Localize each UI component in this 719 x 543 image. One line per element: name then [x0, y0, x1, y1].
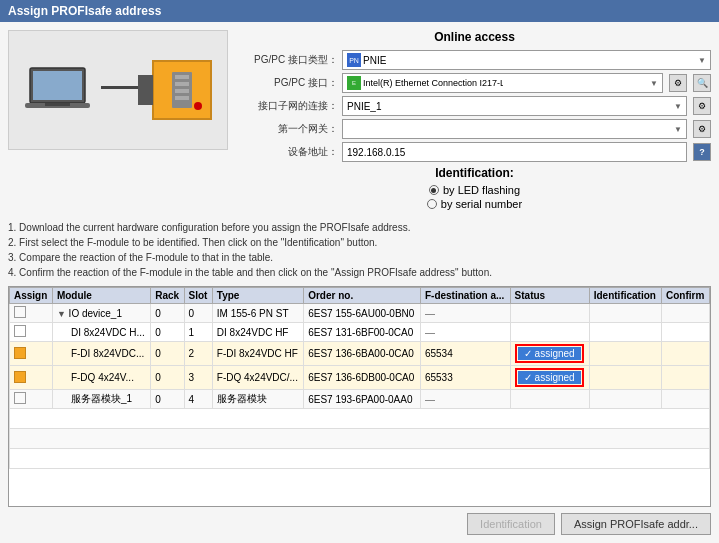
yellow-square[interactable] [14, 347, 26, 359]
radio-led-label: by LED flashing [443, 184, 520, 196]
cell-identification [589, 366, 661, 390]
cell-identification [589, 342, 661, 366]
cell-assign [10, 304, 53, 323]
radio-serial-label: by serial number [441, 198, 522, 210]
row-checkbox3[interactable] [14, 392, 26, 404]
yellow-square2[interactable] [14, 371, 26, 383]
instruction-1: 1. Download the current hardware configu… [8, 220, 711, 235]
instruction-4: 4. Confirm the reaction of the F-module … [8, 265, 711, 280]
cell-confirm [661, 342, 709, 366]
diagram-area [8, 30, 228, 150]
col-identification: Identification [589, 288, 661, 304]
col-type: Type [212, 288, 303, 304]
interface-search-btn[interactable]: 🔍 [693, 74, 711, 92]
device-address-value: 192.168.0.15 [347, 147, 405, 158]
table-row[interactable]: 服务器模块_1 0 4 服务器模块 6ES7 193-6PA00-0AA0 — [10, 390, 710, 409]
identification-title: Identification: [238, 166, 711, 180]
dropdown-arrow: ▼ [698, 56, 706, 65]
assigned-badge2: ✓ assigned [518, 371, 581, 384]
indent-spacer: F-DQ 4x24V... [57, 372, 134, 383]
table-row[interactable]: ▼ IO device_1 0 0 IM 155-6 PN ST 6ES7 15… [10, 304, 710, 323]
module-table-container: Assign Module Rack Slot Type Order no. F… [8, 286, 711, 507]
interface-value: Intel(R) Ethernet Connection I217-LM [363, 78, 503, 88]
dropdown-arrow3: ▼ [674, 102, 682, 111]
cell-type: DI 8x24VDC HF [212, 323, 303, 342]
radio-serial[interactable] [427, 199, 437, 209]
svg-rect-5 [175, 75, 189, 79]
select-subnet[interactable]: PNIE_1 ▼ [342, 96, 687, 116]
main-content: Online access PG/PC 接口类型： PN PNIE ▼ PG/P… [0, 22, 719, 543]
table-row-empty [10, 429, 710, 449]
cell-slot: 2 [184, 342, 212, 366]
cell-confirm [661, 323, 709, 342]
title-text: Assign PROFIsafe address [8, 4, 161, 18]
device-address-help-btn[interactable]: ? [693, 143, 711, 161]
table-row[interactable]: F-DI 8x24VDC... 0 2 F-DI 8x24VDC HF 6ES7… [10, 342, 710, 366]
radio-row-serial[interactable]: by serial number [238, 198, 711, 210]
cell-identification [589, 323, 661, 342]
table-row[interactable]: DI 8x24VDC H... 0 1 DI 8x24VDC HF 6ES7 1… [10, 323, 710, 342]
svg-rect-8 [175, 96, 189, 100]
bottom-buttons: Identification Assign PROFIsafe addr... [8, 513, 711, 535]
form-row-device-address: 设备地址： 192.168.0.15 ? [238, 142, 711, 162]
svg-rect-3 [45, 103, 70, 106]
instruction-3: 3. Compare the reaction of the F-module … [8, 250, 711, 265]
eth-icon: E [347, 76, 361, 90]
label-interface: PG/PC 接口： [238, 76, 338, 90]
dropdown-arrow2: ▼ [650, 79, 658, 88]
table-row-empty [10, 409, 710, 429]
subnet-settings-btn[interactable]: ⚙ [693, 97, 711, 115]
cell-status [510, 323, 589, 342]
cell-fdest: 65534 [420, 342, 510, 366]
assign-address-button[interactable]: Assign PROFIsafe addr... [561, 513, 711, 535]
label-device-address: 设备地址： [238, 145, 338, 159]
cell-rack: 0 [151, 342, 184, 366]
row-checkbox[interactable] [14, 306, 26, 318]
select-interface-type[interactable]: PN PNIE ▼ [342, 50, 711, 70]
check-icon: ✓ [524, 348, 532, 359]
module-table: Assign Module Rack Slot Type Order no. F… [9, 287, 710, 469]
form-row-subnet: 接口子网的连接： PNIE_1 ▼ ⚙ [238, 96, 711, 116]
device-connector [138, 75, 153, 105]
select-gateway[interactable]: ▼ [342, 119, 687, 139]
cell-type: IM 155-6 PN ST [212, 304, 303, 323]
radio-led-fill [431, 188, 436, 193]
cell-rack: 0 [151, 390, 184, 409]
cell-assign [10, 390, 53, 409]
col-confirm: Confirm [661, 288, 709, 304]
dropdown-arrow4: ▼ [674, 125, 682, 134]
row-checkbox[interactable] [14, 325, 26, 337]
cell-order: 6ES7 136-6DB00-0CA0 [304, 366, 421, 390]
radio-row-led[interactable]: by LED flashing [238, 184, 711, 196]
cell-slot: 1 [184, 323, 212, 342]
table-row[interactable]: F-DQ 4x24V... 0 3 F-DQ 4x24VDC/... 6ES7 … [10, 366, 710, 390]
col-assign: Assign [10, 288, 53, 304]
cell-order: 6ES7 131-6BF00-0CA0 [304, 323, 421, 342]
cell-slot: 4 [184, 390, 212, 409]
cell-identification [589, 390, 661, 409]
label-subnet: 接口子网的连接： [238, 99, 338, 113]
expand-arrow[interactable]: ▼ [57, 309, 66, 319]
form-row-gateway: 第一个网关： ▼ ⚙ [238, 119, 711, 139]
gateway-settings-btn[interactable]: ⚙ [693, 120, 711, 138]
cell-rack: 0 [151, 323, 184, 342]
col-fdest: F-destination a... [420, 288, 510, 304]
cell-rack: 0 [151, 304, 184, 323]
interface-settings-btn[interactable]: ⚙ [669, 74, 687, 92]
pn-icon: PN [347, 53, 361, 67]
radio-led[interactable] [429, 185, 439, 195]
device-box [152, 60, 212, 120]
indent-spacer: F-DI 8x24VDC... [57, 348, 144, 359]
cell-module: ▼ IO device_1 [52, 304, 150, 323]
select-interface[interactable]: E Intel(R) Ethernet Connection I217-LM ▼ [342, 73, 663, 93]
cell-assign [10, 342, 53, 366]
online-access-panel: Online access PG/PC 接口类型： PN PNIE ▼ PG/P… [238, 30, 711, 212]
svg-rect-6 [175, 82, 189, 86]
input-device-address[interactable]: 192.168.0.15 [342, 142, 687, 162]
cell-identification [589, 304, 661, 323]
identification-button[interactable]: Identification [467, 513, 555, 535]
cell-status: ✓ assigned [510, 366, 589, 390]
table-row-empty [10, 449, 710, 469]
cell-type: F-DI 8x24VDC HF [212, 342, 303, 366]
cell-fdest: — [420, 390, 510, 409]
